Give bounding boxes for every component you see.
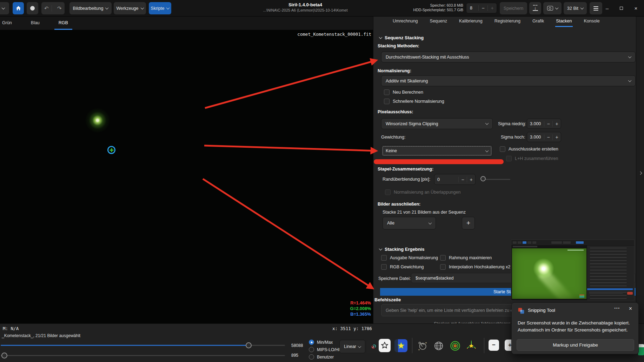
preview-toolbar-strip: [511, 240, 634, 245]
output-normalization-checkbox[interactable]: Ausgabe Normalisierung: [381, 255, 438, 261]
snapshot-button[interactable]: [543, 2, 562, 14]
add-filter-button[interactable]: +: [462, 217, 475, 229]
stacking-method-label: Stacking Methoden:: [378, 43, 419, 48]
siril-window: ↶ ↷ Bildbearbeitung Werkzeuge Skripte Si…: [0, 0, 644, 362]
bit-depth-select[interactable]: 32 Bit: [564, 2, 587, 14]
undo-button[interactable]: ↶: [41, 5, 52, 12]
save-button[interactable]: Speichern: [500, 2, 527, 14]
merge-lh-checkbox[interactable]: L+H zusammenführen: [506, 156, 558, 161]
upscale-checkbox[interactable]: Interpolation Hochskalierung x2: [440, 264, 510, 270]
star-detection-button[interactable]: [379, 339, 391, 352]
save-as-button[interactable]: ↓: [529, 2, 541, 14]
star-outline-icon: [381, 342, 389, 349]
tab-registration[interactable]: Registrierung: [494, 19, 521, 27]
tab-console[interactable]: Konsole: [583, 19, 600, 27]
menu-tools[interactable]: Werkzeuge: [114, 2, 146, 14]
chevron-down-icon: [379, 247, 383, 250]
stacking-method-select[interactable]: Durchschnittswert-Stacking mit Ausschlus…: [381, 52, 636, 62]
sigma-high-minus-button[interactable]: −: [544, 134, 552, 140]
astrometry-button[interactable]: [417, 340, 429, 352]
rejection-select[interactable]: Winsorized Sigma Clipping: [381, 118, 493, 129]
radio-mips[interactable]: MIPS-LO/HI: [309, 347, 340, 352]
level-low-slider[interactable]: [1, 355, 285, 356]
panel-tabs: Umrechnung Sequenz Kalibrierung Registri…: [392, 16, 600, 27]
tab-plot[interactable]: Grafik: [532, 19, 545, 27]
home-button[interactable]: [13, 2, 24, 14]
record-icon: [30, 6, 35, 11]
image-filter-select[interactable]: Alle: [383, 217, 436, 229]
target-icon: [450, 340, 461, 351]
sigma-low-minus-button[interactable]: −: [544, 121, 552, 127]
panel-edge-strip[interactable]: [636, 16, 644, 330]
tab-blue[interactable]: Blau: [27, 20, 44, 30]
home-icon: [16, 6, 21, 11]
sigma-low-plus-button[interactable]: +: [552, 121, 561, 127]
feather-minus-button[interactable]: −: [458, 177, 467, 182]
image-canvas[interactable]: comet_Kometenstack_00001.fit R=1.464% G=…: [0, 30, 373, 323]
redo-button[interactable]: ↷: [54, 5, 65, 12]
zoom-out-button[interactable]: −: [489, 340, 499, 351]
notification-close-button[interactable]: ×: [629, 306, 632, 312]
radio-icon: [309, 340, 314, 345]
pixel-rejection-label: Pixelausschluss:: [378, 109, 413, 114]
screenshot-preview[interactable]: [511, 240, 635, 301]
photometry-button[interactable]: [449, 340, 462, 352]
window-maximize-button[interactable]: [615, 0, 627, 16]
rgb-weighting-checkbox[interactable]: RGB Gewichtung: [381, 264, 424, 270]
tab-green[interactable]: Grün: [0, 20, 16, 30]
star-icon: [397, 342, 405, 350]
chevron-down-icon: [485, 121, 489, 125]
star-analysis-button[interactable]: [394, 339, 407, 352]
radio-minmax[interactable]: Min/Max: [309, 340, 333, 345]
sigma-high-spinner[interactable]: 3.000 − +: [527, 132, 561, 142]
threads-minus-button[interactable]: −: [478, 5, 487, 11]
level-high-handle[interactable]: [246, 342, 252, 348]
feather-plus-button[interactable]: +: [467, 177, 475, 182]
comet-tool-button[interactable]: [465, 339, 477, 352]
level-low-handle[interactable]: [1, 353, 7, 358]
sequence-stacking-expander[interactable]: Sequenz Stacking: [379, 35, 424, 40]
tab-calibration[interactable]: Kalibrierung: [458, 19, 483, 27]
recompute-checkbox[interactable]: Neu Berechnen: [384, 89, 423, 95]
status-line-2: _Kometenstack_, 21/21 Bilder ausgewählt: [2, 333, 80, 338]
save-as-icon: ↓: [533, 6, 538, 11]
status-line-1: M: N/A: [3, 326, 19, 331]
menu-scripts[interactable]: Skripte: [149, 2, 171, 14]
maximize-icon: [620, 7, 623, 10]
notification-more-button[interactable]: •••: [614, 306, 620, 310]
feather-spinner[interactable]: 0 − +: [434, 174, 476, 185]
tab-conversion[interactable]: Umrechnung: [392, 19, 419, 27]
feather-slider-handle[interactable]: [480, 176, 486, 181]
sigma-low-spinner[interactable]: 3.000 − +: [527, 119, 561, 129]
window-title-block: Siril-1.4.0-beta4 ...\NINA\C-2025 A6 (Le…: [232, 2, 379, 12]
feather-label: Randüberblendung [pix]:: [383, 177, 430, 182]
threads-spinner[interactable]: 8 − +: [466, 3, 497, 13]
channel-link-icon: [370, 343, 378, 350]
tab-sequence[interactable]: Sequenz: [429, 19, 448, 27]
normalization-select[interactable]: Additiv mit Skalierung: [381, 75, 636, 86]
stacking-result-expander[interactable]: Stacking Ergebnis: [379, 247, 424, 252]
overlap-normalization-checkbox[interactable]: Normalisierung an Überlappungen: [385, 189, 460, 195]
tab-stacking[interactable]: Stacken: [555, 19, 572, 27]
hamburger-menu-button[interactable]: [590, 2, 602, 14]
level-low-value: 895: [291, 353, 298, 358]
tab-rgb[interactable]: RGB: [54, 20, 72, 30]
threads-plus-button[interactable]: +: [487, 5, 497, 11]
window-minimize-button[interactable]: –: [601, 0, 613, 16]
window-close-button[interactable]: ×: [630, 0, 642, 16]
menu-image-processing[interactable]: Bildbearbeitung: [69, 2, 112, 14]
comet-position-marker: [107, 146, 115, 154]
normalization-label: Normalisierung:: [378, 68, 411, 73]
record-button[interactable]: [27, 2, 38, 14]
max-framing-checkbox[interactable]: Rahmung maximieren: [440, 255, 492, 261]
platesolve-button[interactable]: [433, 340, 445, 352]
rejection-map-checkbox[interactable]: Ausschlusskarte erstellen: [500, 146, 558, 152]
sigma-high-plus-button[interactable]: +: [552, 134, 561, 140]
faster-normalization-checkbox[interactable]: Schnellere Normalisierung: [384, 99, 444, 104]
markup-share-button[interactable]: Markup und Freigabe: [517, 339, 634, 351]
panel-collapse-button[interactable]: [0, 2, 9, 14]
weighting-select[interactable]: Keine: [381, 145, 493, 157]
display-mode-select[interactable]: Linear: [339, 340, 365, 353]
chevron-down-icon: [166, 6, 170, 9]
radio-user[interactable]: Benutzer: [309, 354, 334, 360]
